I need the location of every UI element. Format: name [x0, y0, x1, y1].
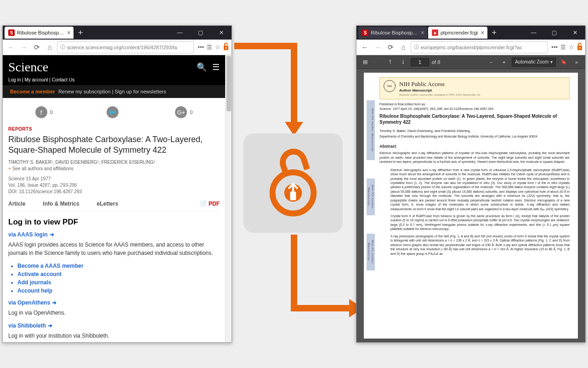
zoom-select[interactable]: Automatic Zoom▾	[512, 58, 556, 67]
article-body: REPORTS Ribulose Bisphosphate Carboxylas…	[3, 126, 225, 340]
header-links[interactable]: Log in | My account | Contact Us	[8, 77, 220, 82]
zoom-in-icon[interactable]: +	[499, 57, 509, 67]
margin-label: NIH-PA Author Manuscript	[367, 100, 375, 160]
pdf-page-container[interactable]: NIH-PA Author Manuscript NIH-PA Author M…	[356, 69, 585, 342]
tab-title: Ribulose Bisphosphate Carb	[371, 30, 418, 35]
home-button[interactable]: ⌂	[44, 42, 55, 53]
nih-logo-icon: NIH	[384, 80, 396, 92]
facebook-share[interactable]: f0	[35, 106, 53, 118]
new-tab-button[interactable]: +	[488, 28, 501, 38]
tab-close-icon[interactable]: ×	[421, 29, 424, 36]
forward-button[interactable]: →	[18, 42, 29, 53]
pdf-article-title: Ribulose Bisphosphate Carboxylase: A Two…	[379, 114, 570, 125]
maximize-icon[interactable]: ▢	[544, 26, 565, 40]
prev-page-icon[interactable]: 🡑	[385, 57, 395, 67]
expand-icon[interactable]: »	[571, 57, 582, 67]
activate-account-link[interactable]: Activate account	[17, 271, 220, 277]
reader-icon[interactable]: ☰	[207, 44, 212, 51]
aaas-login-link[interactable]: via AAAS login ➜	[8, 231, 220, 238]
shibboleth-login-link[interactable]: via Shibboleth ➜	[8, 322, 220, 329]
arrow-bottom	[285, 230, 368, 322]
favicon-pdf: ●	[432, 29, 438, 36]
svg-point-4	[579, 47, 581, 48]
forward-button[interactable]: →	[372, 42, 383, 53]
gp-count: 0	[190, 109, 192, 115]
tab-pdf-render[interactable]: ● ptpmcrender.fcgi ×	[428, 27, 487, 39]
openathens-desc: Log in via OpenAthens.	[8, 309, 220, 317]
bookmark-page-icon[interactable]: 🔖	[559, 57, 569, 67]
twitter-share[interactable]: 🐦	[107, 106, 121, 118]
abstract-heading: Abstract	[379, 144, 570, 149]
open-access-icon[interactable]	[223, 42, 229, 52]
home-button[interactable]: ⌂	[398, 42, 409, 53]
facebook-icon: f	[35, 106, 47, 118]
aaas-login-desc: AAAS login provides access to Science fo…	[8, 241, 220, 257]
page-input[interactable]: 1	[411, 58, 429, 66]
urlbar-icons: ••• ☰ ☆	[198, 42, 229, 52]
more-icon[interactable]: •••	[198, 44, 204, 51]
gplus-icon: G+	[175, 106, 187, 118]
menu-icon[interactable]: ☰	[212, 62, 220, 72]
pdf-page: NIH-PA Author Manuscript NIH-PA Author M…	[364, 73, 578, 339]
svg-point-0	[226, 47, 227, 48]
account-help-link[interactable]: Account help	[17, 288, 220, 294]
reload-button[interactable]: ⟳	[31, 42, 42, 53]
tab-title: ptpmcrender.fcgi	[441, 30, 478, 35]
reader-icon[interactable]: ☰	[560, 44, 566, 51]
tab-close-icon[interactable]: ×	[67, 29, 71, 36]
back-button[interactable]: ←	[359, 42, 370, 53]
article-tabs: Article Info & Metrics eLetters 📄PDF	[8, 195, 220, 211]
social-bar: f0 🐦 G+0	[3, 98, 225, 126]
info-icon: ⓘ	[60, 44, 65, 51]
bookmark-icon[interactable]: ☆	[569, 44, 574, 51]
member-links[interactable]: Renew my subscription | Sign up for news…	[58, 89, 166, 94]
more-icon[interactable]: •••	[551, 44, 558, 51]
search-icon[interactable]: 🔍	[197, 62, 207, 72]
tab-info[interactable]: Info & Metrics	[43, 201, 79, 207]
url-text: science.sciencemag.org/content/196/4287/…	[67, 45, 191, 50]
section-label: REPORTS	[8, 126, 220, 132]
science-logo[interactable]: Science	[8, 60, 48, 75]
page-content: Science 🔍 ☰ Log in | My account | Contac…	[3, 55, 232, 342]
sidebar-toggle-icon[interactable]: ▤	[360, 57, 370, 67]
zoom-out-icon[interactable]: −	[486, 57, 496, 67]
tab-science-article[interactable]: S Ribulose Bisphosphate Carb ×	[358, 27, 427, 39]
login-arrow-icon: ➜	[50, 231, 54, 238]
close-icon[interactable]: ✕	[565, 26, 585, 40]
back-button[interactable]: ←	[6, 42, 17, 53]
openathens-login-link[interactable]: via OpenAthens ➜	[8, 299, 220, 306]
page-count: of 8	[432, 59, 440, 65]
minimize-icon[interactable]: —	[523, 26, 544, 40]
url-bar[interactable]: ⓘ science.sciencemag.org/content/196/428…	[57, 41, 194, 53]
banner-subtitle: Author Manuscript	[399, 88, 481, 93]
url-text: europepmc.org/backend/ptpmcrender.fcgi?a…	[421, 45, 544, 50]
close-icon[interactable]: ✕	[211, 26, 232, 40]
pdf-paragraph: Crystal form II of RuBPCase from tobacco…	[390, 214, 570, 231]
add-journals-link[interactable]: Add journals	[17, 279, 220, 286]
next-page-icon[interactable]: 🡓	[398, 57, 408, 67]
reload-button[interactable]: ⟳	[385, 42, 396, 53]
tab-article[interactable]: Article	[8, 201, 25, 207]
url-bar[interactable]: ⓘ europepmc.org/backend/ptpmcrender.fcgi…	[411, 41, 548, 53]
tab-close-icon[interactable]: ×	[481, 29, 484, 36]
article-authors: TIMOTHY S. BAKER¹, DAVID EISENBERG¹, FRE…	[8, 160, 220, 165]
article-title: Ribulose Bisphosphate Carboxylase: A Two…	[8, 134, 220, 155]
tab-title: Ribulose Bisphosphate Carboxy	[17, 30, 64, 35]
tab-eletters[interactable]: eLetters	[97, 201, 119, 207]
new-tab-button[interactable]: +	[74, 28, 87, 38]
become-member-link[interactable]: Become a AAAS member	[17, 263, 220, 269]
gplus-share[interactable]: G+0	[175, 106, 192, 118]
favicon-science: S	[8, 29, 15, 36]
tab-pdf[interactable]: 📄PDF	[200, 201, 220, 207]
see-all-authors[interactable]: + See all authors and affiliations	[8, 166, 220, 171]
navigation-bar: ← → ⟳ ⌂ ⓘ europepmc.org/backend/ptpmcren…	[356, 40, 585, 55]
tab-science-article[interactable]: S Ribulose Bisphosphate Carboxy ×	[5, 27, 74, 39]
become-member-link[interactable]: Become a member	[10, 89, 55, 94]
minimize-icon[interactable]: —	[170, 26, 190, 40]
open-access-icon[interactable]	[577, 42, 582, 52]
maximize-icon[interactable]: ▢	[190, 26, 211, 40]
pdf-icon: 📄	[200, 201, 207, 207]
chevron-down-icon: ▾	[550, 59, 553, 64]
tab-bar: S Ribulose Bisphosphate Carboxy × + — ▢ …	[3, 26, 232, 40]
bookmark-icon[interactable]: ☆	[215, 44, 220, 51]
